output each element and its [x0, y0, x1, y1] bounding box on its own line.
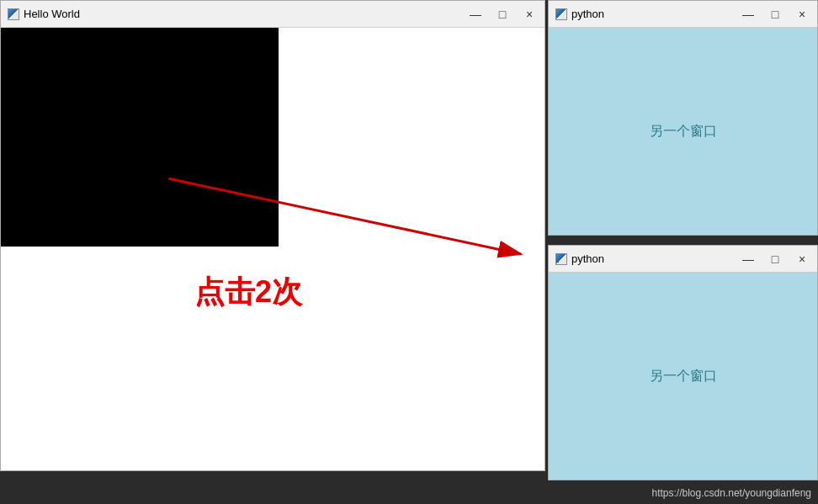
hello-world-controls: — □ ×	[467, 8, 538, 20]
python-top-body: 另一个窗口	[549, 28, 817, 235]
python-top-titlebar: python — □ ×	[549, 1, 817, 28]
hello-world-window-icon	[8, 8, 19, 20]
python-bottom-titlebar: python — □ ×	[549, 246, 817, 273]
python-bottom-close-button[interactable]: ×	[794, 253, 810, 265]
python-top-maximize-button[interactable]: □	[767, 8, 783, 20]
python-top-close-button[interactable]: ×	[794, 8, 810, 20]
python-window-top: python — □ × 另一个窗口	[548, 0, 818, 236]
black-canvas	[1, 28, 279, 247]
watermark: https://blog.csdn.net/youngdianfeng	[652, 487, 811, 499]
hello-world-minimize-button[interactable]: —	[467, 8, 484, 20]
python-bottom-body-text: 另一个窗口	[650, 368, 717, 385]
python-bottom-title: python	[571, 252, 740, 265]
python-bottom-controls: — □ ×	[740, 253, 810, 265]
hello-world-titlebar: Hello World — □ ×	[1, 1, 544, 28]
python-top-window-icon	[555, 8, 567, 20]
python-top-controls: — □ ×	[740, 8, 810, 20]
python-window-bottom: python — □ × 另一个窗口	[548, 245, 818, 480]
click-label: 点击2次	[194, 272, 302, 313]
python-bottom-minimize-button[interactable]: —	[740, 253, 757, 265]
python-top-minimize-button[interactable]: —	[740, 8, 757, 20]
hello-world-body: 点击2次	[1, 28, 544, 470]
python-bottom-maximize-button[interactable]: □	[767, 253, 783, 265]
hello-world-title: Hello World	[24, 8, 467, 20]
python-bottom-body: 另一个窗口	[549, 273, 817, 480]
hello-world-maximize-button[interactable]: □	[494, 8, 511, 20]
python-top-title: python	[571, 8, 740, 20]
python-bottom-window-icon	[555, 253, 567, 265]
python-top-body-text: 另一个窗口	[650, 123, 717, 141]
hello-world-close-button[interactable]: ×	[521, 8, 538, 20]
hello-world-window: Hello World — □ × 点击2次	[0, 0, 545, 471]
